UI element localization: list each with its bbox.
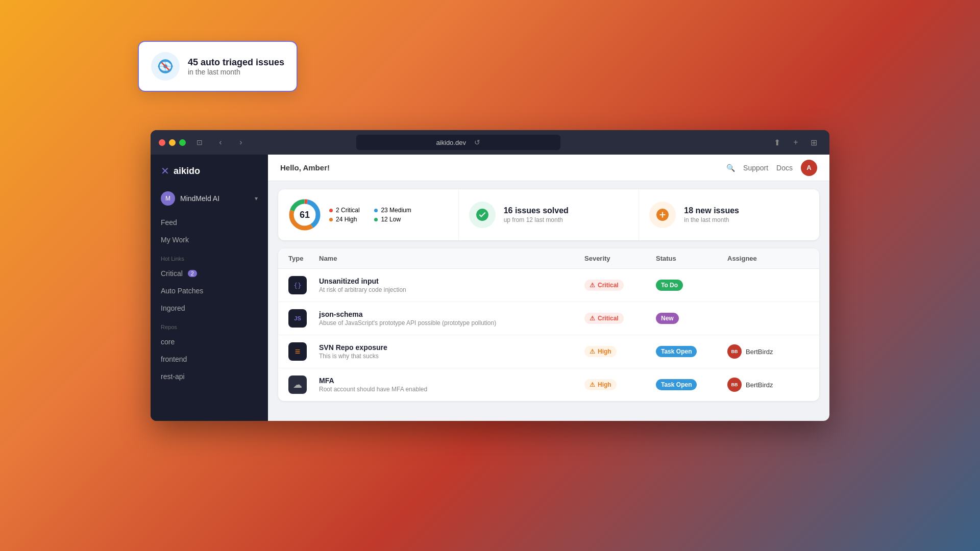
grid-button[interactable]: ⊞ (807, 135, 821, 149)
row-status-cell: Task Open (656, 346, 727, 357)
row-severity-cell: ⚠ High (584, 379, 656, 390)
issue-name: Unsanitized input (319, 277, 584, 285)
row-type-icon: {} (288, 276, 307, 294)
docs-button[interactable]: Docs (776, 164, 793, 172)
severity-warning-icon: ⚠ (590, 315, 595, 322)
issues-table: Type Name Severity Status Assignee {} Un… (278, 248, 819, 401)
severity-label: High (598, 348, 611, 355)
close-button[interactable] (159, 139, 165, 146)
row-name-cell: SVN Repo exposure This is why that sucks (319, 343, 584, 360)
sidebar-item-rest-api[interactable]: rest-api (151, 368, 268, 385)
col-severity: Severity (584, 255, 656, 262)
legend-critical: 2 Critical (329, 207, 366, 214)
col-status: Status (656, 255, 727, 262)
traffic-lights (159, 139, 186, 146)
status-badge: To Do (656, 280, 683, 291)
assignee-avatar: BB (727, 378, 742, 392)
issue-name: json-schema (319, 310, 584, 318)
sidebar-item-auto-patches[interactable]: Auto Patches (151, 282, 268, 299)
stats-row: 61 2 Critical 23 Medium 24 (278, 189, 819, 240)
severity-label: High (598, 381, 611, 388)
top-bar: Hello, Amber! 🔍 Support Docs A (268, 155, 829, 181)
col-name: Name (319, 255, 584, 262)
severity-label: Critical (598, 315, 619, 322)
sidebar-item-frontend[interactable]: frontend (151, 350, 268, 368)
new-issues-subtitle: in the last month (684, 216, 739, 223)
solved-icon (469, 202, 496, 228)
sidebar-item-feed[interactable]: Feed (151, 214, 268, 231)
table-row[interactable]: ☁ MFA Root account should have MFA enabl… (278, 368, 819, 401)
browser-actions: ⬆ + ⊞ (770, 135, 821, 149)
minimize-button[interactable] (169, 139, 176, 146)
row-name-cell: json-schema Abuse of JavaScript's protot… (319, 310, 584, 327)
support-button[interactable]: Support (743, 164, 768, 172)
org-selector[interactable]: M MindMeld AI ▾ (151, 187, 268, 210)
issues-legend: 2 Critical 23 Medium 24 High 12 Low (329, 207, 411, 223)
sidebar-item-label: Auto Patches (161, 287, 203, 295)
logo-icon: ✕ (161, 165, 169, 177)
assignee-avatar: BB (727, 344, 742, 359)
status-badge: Task Open (656, 346, 697, 357)
sidebar-item-mywork[interactable]: My Work (151, 231, 268, 248)
legend-high: 24 High (329, 216, 366, 223)
table-row[interactable]: JS json-schema Abuse of JavaScript's pro… (278, 302, 819, 335)
legend-critical-text: 2 Critical (336, 207, 360, 214)
hot-links-label: Hot Links (151, 248, 268, 265)
new-issues-icon (649, 202, 676, 228)
tooltip-icon (151, 52, 180, 81)
new-issues-title: 18 new issues (684, 206, 739, 215)
row-name-cell: Unsanitized input At risk of arbitrary c… (319, 277, 584, 293)
reload-button[interactable]: ↺ (474, 138, 480, 146)
donut-center-value: 61 (300, 210, 310, 220)
status-label: Task Open (661, 381, 692, 388)
sidebar: ✕ aikido M MindMeld AI ▾ Feed My Work Ho… (151, 155, 268, 421)
legend-low: 12 Low (374, 216, 411, 223)
sidebar-item-label: Critical (161, 269, 183, 278)
sidebar-item-core[interactable]: core (151, 333, 268, 350)
row-status-cell: Task Open (656, 379, 727, 390)
dot-low (374, 218, 378, 221)
severity-warning-icon: ⚠ (590, 348, 595, 355)
sidebar-item-critical[interactable]: Critical 2 (151, 265, 268, 282)
dot-critical (329, 209, 333, 212)
app-container: ✕ aikido M MindMeld AI ▾ Feed My Work Ho… (151, 155, 829, 421)
row-assignee-cell: BB BertBirdz (727, 378, 809, 392)
issue-name: SVN Repo exposure (319, 343, 584, 352)
url-bar[interactable]: aikido.dev ↺ (356, 135, 560, 150)
share-button[interactable]: ⬆ (770, 135, 785, 149)
table-row[interactable]: ≡ SVN Repo exposure This is why that suc… (278, 335, 819, 368)
sidebar-item-ingored[interactable]: Ingored (151, 299, 268, 317)
issue-desc: At risk of arbitrary code injection (319, 286, 584, 293)
row-type-icon: ☁ (288, 375, 307, 394)
sidebar-item-label: My Work (161, 236, 189, 244)
severity-badge: ⚠ High (584, 379, 617, 390)
solved-info: 16 issues solved up from 12 last month (504, 206, 569, 223)
forward-button[interactable]: › (234, 135, 248, 149)
legend-medium-text: 23 Medium (381, 207, 411, 214)
table-row[interactable]: {} Unsanitized input At risk of arbitrar… (278, 269, 819, 302)
tooltip-popup: 45 auto triaged issues in the last month (138, 41, 298, 92)
back-button[interactable]: ‹ (213, 135, 228, 149)
new-tab-button[interactable]: + (789, 135, 803, 149)
severity-warning-icon: ⚠ (590, 282, 595, 289)
sidebar-item-label: core (161, 338, 175, 346)
browser-titlebar: ⊡ ‹ › aikido.dev ↺ ⬆ + ⊞ (151, 130, 829, 155)
status-label: Task Open (661, 348, 692, 355)
org-chevron-icon: ▾ (255, 195, 258, 202)
row-status-cell: To Do (656, 280, 727, 291)
row-name-cell: MFA Root account should have MFA enabled (319, 377, 584, 393)
url-text: aikido.dev (436, 139, 466, 146)
row-status-cell: New (656, 313, 727, 324)
row-type-icon: JS (288, 309, 307, 328)
repos-label: Repos (151, 317, 268, 333)
issue-desc: Abuse of JavaScript's prototype API poss… (319, 319, 584, 327)
user-avatar[interactable]: A (801, 160, 817, 176)
org-avatar: M (161, 191, 175, 206)
search-button[interactable]: 🔍 (726, 164, 735, 172)
sidebar-item-label: Ingored (161, 304, 185, 312)
severity-label: Critical (598, 282, 619, 289)
maximize-button[interactable] (179, 139, 186, 146)
status-badge: Task Open (656, 379, 697, 390)
window-toggle-button[interactable]: ⊡ (192, 135, 207, 149)
org-name: MindMeld AI (180, 194, 250, 203)
